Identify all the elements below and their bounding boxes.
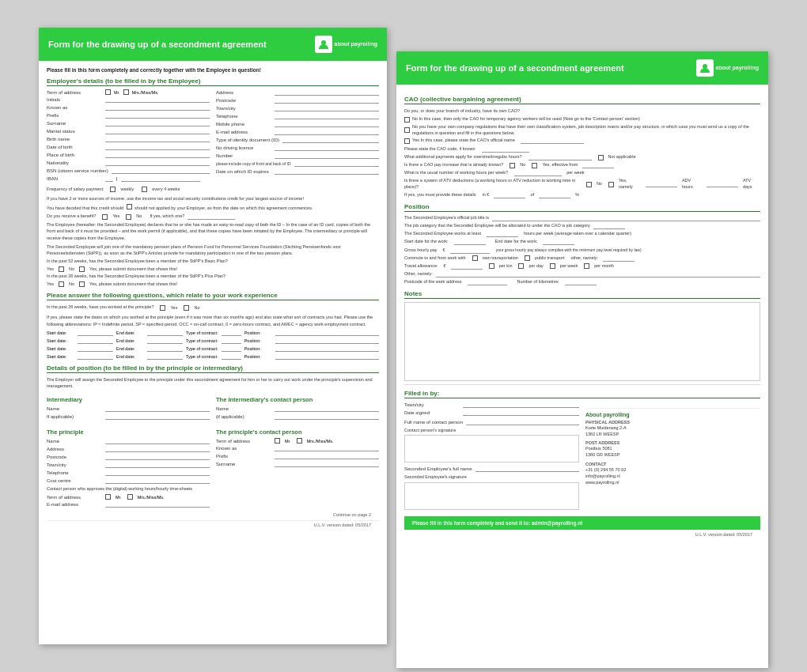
contract-type-1[interactable]	[222, 330, 241, 336]
address-field[interactable]	[275, 89, 379, 96]
end-date-3[interactable]	[147, 345, 183, 352]
pc-mr-cb[interactable]	[275, 438, 280, 444]
interm-name-field[interactable]	[105, 406, 210, 412]
id-type-field[interactable]	[282, 137, 379, 143]
principle-name-field[interactable]	[105, 438, 210, 444]
atv-hours-field[interactable]	[646, 181, 677, 187]
principle-town-field[interactable]	[105, 462, 210, 468]
principle-address-field[interactable]	[105, 446, 210, 452]
pc-known-as-field[interactable]	[275, 445, 379, 451]
employee-sig-box[interactable]	[404, 482, 579, 510]
date-signed-field[interactable]	[463, 410, 579, 416]
stipp-plus-yes-cb[interactable]	[59, 281, 64, 287]
birth-name-field[interactable]	[105, 136, 210, 142]
no-driving-field[interactable]	[275, 145, 379, 151]
contract-type-4[interactable]	[222, 353, 241, 360]
kilometres-field[interactable]	[565, 279, 597, 285]
id-copy-field[interactable]	[294, 160, 379, 167]
dob-field[interactable]	[105, 144, 210, 150]
per-day-cb[interactable]	[518, 263, 524, 269]
end-date-4[interactable]	[147, 353, 183, 360]
start-date-4[interactable]	[78, 353, 113, 360]
per-week-cb[interactable]	[550, 263, 555, 269]
bsn-field[interactable]	[112, 168, 210, 174]
cao-increase-no-cb[interactable]	[510, 163, 515, 168]
end-date-1[interactable]	[147, 330, 183, 336]
own-transport-cb[interactable]	[472, 255, 478, 261]
hours-field[interactable]	[487, 231, 518, 237]
start-date-1[interactable]	[78, 330, 113, 336]
contact-mr-cb[interactable]	[105, 494, 111, 500]
working-hours-field[interactable]	[514, 170, 562, 176]
job-title-field[interactable]	[492, 215, 760, 221]
initials-field[interactable]	[105, 96, 210, 103]
work-no-cb[interactable]	[184, 305, 189, 311]
interm-contact-name-field[interactable]	[275, 406, 379, 412]
cao-no1-cb[interactable]	[404, 117, 410, 123]
start-work-field[interactable]	[454, 239, 486, 245]
end-work-field[interactable]	[543, 239, 574, 245]
position-1[interactable]	[275, 330, 379, 336]
details-of-field[interactable]	[539, 192, 570, 198]
weekly-checkbox[interactable]	[110, 187, 116, 192]
benefit-which-field[interactable]	[188, 213, 235, 220]
cost-centre-field[interactable]	[105, 478, 210, 484]
contact-email-field[interactable]	[105, 501, 210, 508]
full-name-field[interactable]	[466, 419, 579, 425]
mobile-field[interactable]	[275, 121, 379, 127]
contract-type-2[interactable]	[222, 338, 241, 344]
pc-prefix-field[interactable]	[275, 453, 379, 459]
atv-days-field[interactable]	[707, 181, 738, 187]
position-2[interactable]	[275, 338, 379, 344]
start-date-3[interactable]	[78, 345, 113, 352]
per-month-cb[interactable]	[584, 263, 589, 269]
travel-euro-field[interactable]	[451, 263, 483, 270]
contract-type-3[interactable]	[222, 345, 241, 352]
prefix-field[interactable]	[105, 112, 210, 119]
iban-part1[interactable]	[105, 176, 113, 182]
mrs-checkbox[interactable]	[123, 89, 129, 95]
other-namely2-field[interactable]	[436, 271, 760, 277]
cao-no2-cb[interactable]	[404, 127, 410, 133]
contact-mrs-cb[interactable]	[127, 494, 133, 500]
postcode-work-field[interactable]	[468, 279, 507, 285]
town-city-fi-field[interactable]	[463, 402, 579, 408]
stipp-basic-yes-cb[interactable]	[59, 266, 64, 272]
marital-status-field[interactable]	[105, 128, 210, 134]
known-as-field[interactable]	[105, 104, 210, 111]
telephone-field[interactable]	[275, 113, 379, 119]
position-3[interactable]	[275, 345, 379, 352]
surname-field[interactable]	[105, 120, 210, 126]
interm-contact-app-field[interactable]	[275, 413, 379, 420]
start-date-2[interactable]	[78, 338, 113, 344]
place-birth-field[interactable]	[105, 152, 210, 158]
public-transport-cb[interactable]	[525, 255, 530, 261]
add-payments-field[interactable]	[529, 154, 592, 160]
benefit-no-cb[interactable]	[126, 214, 131, 220]
4weekly-checkbox[interactable]	[142, 187, 147, 192]
employee-name-field[interactable]	[475, 466, 579, 472]
interm-applicable-field[interactable]	[105, 413, 210, 420]
details-euro-field[interactable]	[494, 192, 525, 198]
cao-yes-cb[interactable]	[404, 138, 410, 144]
cao-name-field[interactable]	[521, 138, 584, 144]
benefit-yes-cb[interactable]	[102, 214, 108, 220]
should-not-cb[interactable]	[127, 204, 132, 210]
principle-postcode-field[interactable]	[105, 454, 210, 460]
pc-mrs-cb[interactable]	[297, 438, 302, 444]
position-4[interactable]	[275, 353, 379, 360]
contact-sig-box[interactable]	[404, 435, 579, 462]
mr-checkbox[interactable]	[105, 89, 111, 95]
stipp-plus-no-cb[interactable]	[79, 281, 85, 287]
id-number-field[interactable]	[275, 153, 379, 159]
pc-surname-field[interactable]	[275, 461, 379, 467]
atv-yes-cb[interactable]	[608, 182, 614, 187]
not-applicable-cb[interactable]	[598, 155, 604, 160]
work-yes-cb[interactable]	[160, 305, 165, 311]
gross-field[interactable]	[450, 247, 490, 254]
nationality-field[interactable]	[105, 160, 210, 166]
iban-field[interactable]	[121, 176, 200, 182]
other-transport-field[interactable]	[603, 255, 635, 262]
job-category-field[interactable]	[593, 223, 625, 229]
principle-tel-field[interactable]	[105, 470, 210, 476]
